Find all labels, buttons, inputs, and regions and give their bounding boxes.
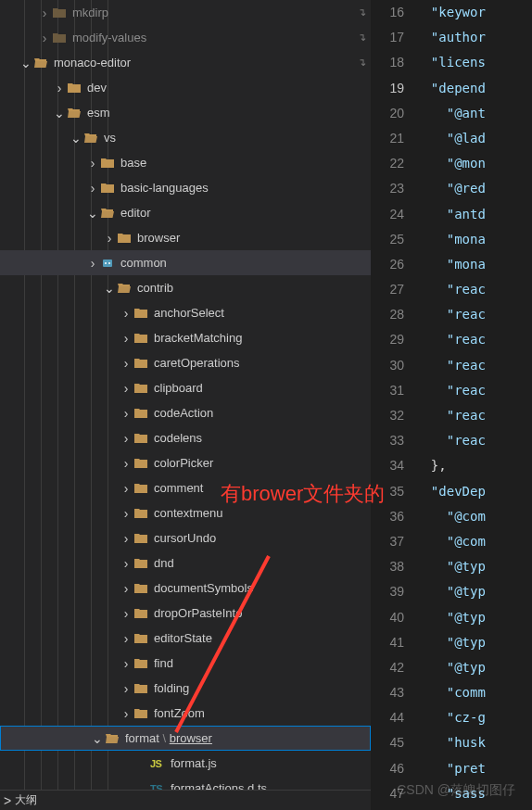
tree-item-label: format.js bbox=[171, 756, 371, 770]
folder-icon bbox=[133, 707, 150, 720]
chevron-right-icon[interactable]: › bbox=[119, 556, 133, 571]
folder-open-icon bbox=[83, 132, 100, 145]
chevron-right-icon[interactable]: › bbox=[37, 31, 52, 45]
tree-item-dev[interactable]: ›dev bbox=[0, 75, 371, 100]
tree-item-base[interactable]: ›base bbox=[0, 150, 371, 175]
chevron-right-icon[interactable]: › bbox=[85, 156, 100, 171]
javascript-file-icon: JS bbox=[150, 758, 167, 769]
chevron-down-icon[interactable]: ⌄ bbox=[85, 206, 100, 221]
tree-item-label: mkdirp bbox=[72, 6, 352, 19]
code-editor[interactable]: 1617181920212223242526272829303132333435… bbox=[371, 0, 532, 810]
folder-open-icon bbox=[67, 107, 83, 120]
tree-item-label: common bbox=[120, 256, 371, 270]
outline-section[interactable]: > 大纲 bbox=[0, 790, 371, 810]
tree-item-anchorSelect[interactable]: ›anchorSelect bbox=[0, 300, 371, 325]
tree-item-label: esm bbox=[87, 106, 371, 120]
tree-item-contextmenu[interactable]: ›contextmenu bbox=[0, 500, 371, 525]
chevron-right-icon[interactable]: › bbox=[119, 506, 133, 521]
folder-icon bbox=[67, 82, 83, 95]
tree-item-monaco-editor[interactable]: ⌄monaco-editor↴ bbox=[0, 50, 371, 75]
tree-item-label: basic-languages bbox=[120, 181, 371, 195]
folder-icon bbox=[133, 682, 150, 695]
tree-item-label: dropOrPasteInto bbox=[154, 606, 371, 620]
tree-item-find[interactable]: ›find bbox=[0, 651, 371, 676]
git-decoration-icon: ↴ bbox=[352, 32, 371, 44]
git-decoration-icon: ↴ bbox=[352, 57, 371, 69]
chevron-right-icon[interactable]: › bbox=[119, 456, 133, 471]
tree-item-common[interactable]: ›common bbox=[0, 250, 371, 275]
tree-item-label: dev bbox=[87, 81, 371, 95]
chevron-right-icon[interactable]: › bbox=[119, 706, 133, 721]
folder-open-icon bbox=[105, 732, 121, 745]
tree-item-caretOperations[interactable]: ›caretOperations bbox=[0, 350, 371, 375]
chevron-down-icon[interactable]: ⌄ bbox=[52, 106, 67, 120]
tree-item-browser[interactable]: ›browser bbox=[0, 225, 371, 250]
folder-open-icon bbox=[33, 57, 50, 70]
chevron-right-icon[interactable]: › bbox=[119, 581, 133, 596]
chevron-right-icon[interactable]: › bbox=[119, 681, 133, 696]
tree-item-contrib[interactable]: ⌄contrib bbox=[0, 275, 371, 300]
tree-item-esm[interactable]: ⌄esm bbox=[0, 100, 371, 125]
tree-item-label: codeAction bbox=[154, 406, 371, 420]
tree-item-editorState[interactable]: ›editorState bbox=[0, 626, 371, 651]
tree-item-label: editorState bbox=[154, 631, 371, 645]
tree-item-basic-languages[interactable]: ›basic-languages bbox=[0, 175, 371, 200]
chevron-down-icon[interactable]: ⌄ bbox=[19, 56, 33, 70]
chevron-right-icon[interactable]: › bbox=[119, 331, 133, 346]
tree-item-label: comment bbox=[154, 481, 371, 495]
folder-icon bbox=[133, 582, 150, 595]
chevron-right-icon[interactable]: › bbox=[37, 6, 52, 20]
tree-item-codeAction[interactable]: ›codeAction bbox=[0, 400, 371, 425]
folder-icon bbox=[133, 357, 150, 370]
tree-item-fontZoom[interactable]: ›fontZoom bbox=[0, 701, 371, 726]
chevron-down-icon[interactable]: ⌄ bbox=[69, 131, 83, 146]
file-explorer[interactable]: ›mkdirp↴›modify-values↴⌄monaco-editor↴›d… bbox=[0, 0, 371, 810]
folder-icon bbox=[133, 482, 150, 495]
chevron-right-icon[interactable]: › bbox=[119, 656, 133, 671]
chevron-right-icon[interactable]: › bbox=[85, 256, 100, 271]
folder-icon bbox=[133, 657, 150, 670]
chevron-down-icon[interactable]: ⌄ bbox=[102, 281, 117, 296]
svg-point-1 bbox=[105, 262, 107, 264]
chevron-right-icon[interactable]: › bbox=[119, 406, 133, 421]
chevron-right-icon[interactable]: › bbox=[119, 356, 133, 371]
tree-rename-input[interactable]: ⌄format \ browser bbox=[0, 726, 371, 751]
tree-item-label: fontZoom bbox=[154, 706, 371, 720]
tree-item-colorPicker[interactable]: ›colorPicker bbox=[0, 450, 371, 475]
folder-icon bbox=[133, 457, 150, 470]
tree-item-comment[interactable]: ›comment bbox=[0, 475, 371, 500]
tree-item-cursorUndo[interactable]: ›cursorUndo bbox=[0, 525, 371, 551]
tree-item-modify-values[interactable]: ›modify-values↴ bbox=[0, 25, 371, 50]
tree-item-label: folding bbox=[154, 681, 371, 695]
tree-item-codelens[interactable]: ›codelens bbox=[0, 425, 371, 450]
chevron-right-icon[interactable]: › bbox=[119, 631, 133, 646]
tree-item-dropOrPasteInto[interactable]: ›dropOrPasteInto bbox=[0, 601, 371, 626]
tree-item-bracketMatching[interactable]: ›bracketMatching bbox=[0, 325, 371, 350]
chevron-right-icon[interactable]: › bbox=[119, 431, 133, 446]
tree-item-label: cursorUndo bbox=[154, 531, 371, 545]
chevron-right-icon[interactable]: › bbox=[85, 181, 100, 196]
folder-icon bbox=[52, 32, 69, 44]
chevron-right-icon[interactable]: › bbox=[102, 231, 117, 246]
tree-item-folding[interactable]: ›folding bbox=[0, 676, 371, 701]
tree-item-label: modify-values bbox=[72, 31, 352, 44]
chevron-right-icon[interactable]: › bbox=[119, 481, 133, 496]
tree-item-mkdirp[interactable]: ›mkdirp↴ bbox=[0, 0, 371, 25]
tree-item-editor[interactable]: ⌄editor bbox=[0, 200, 371, 225]
folder-icon bbox=[133, 407, 150, 420]
chevron-right-icon[interactable]: › bbox=[119, 531, 133, 546]
chevron-right-icon[interactable]: › bbox=[119, 306, 133, 321]
folder-icon bbox=[133, 307, 150, 320]
tree-item-format.js[interactable]: JSformat.js bbox=[0, 751, 371, 776]
tree-item-dnd[interactable]: ›dnd bbox=[0, 551, 371, 576]
tree-item-vs[interactable]: ⌄vs bbox=[0, 125, 371, 150]
tree-item-clipboard[interactable]: ›clipboard bbox=[0, 375, 371, 400]
folder-icon bbox=[133, 507, 150, 520]
chevron-down-icon[interactable]: ⌄ bbox=[90, 731, 105, 746]
tree-item-documentSymbols[interactable]: ›documentSymbols bbox=[0, 576, 371, 601]
chevron-right-icon[interactable]: › bbox=[119, 381, 133, 396]
chevron-right-icon[interactable]: › bbox=[119, 606, 133, 621]
tree-item-label: clipboard bbox=[154, 381, 371, 395]
chevron-right-icon[interactable]: › bbox=[52, 81, 67, 95]
code-content[interactable]: "keywor "author "licens "depend "@ant "@… bbox=[415, 0, 532, 810]
